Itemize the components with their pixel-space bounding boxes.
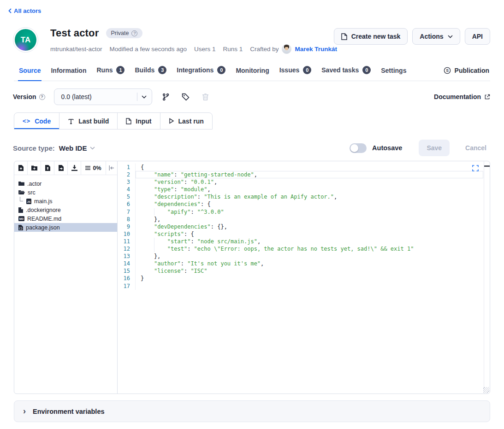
cancel-button[interactable]: Cancel <box>462 144 490 152</box>
tab-source[interactable]: Source <box>14 64 46 81</box>
editor-scrollbar[interactable] <box>484 161 490 394</box>
line-number: 3 <box>118 178 135 186</box>
file-tree-item--actor[interactable]: .actor <box>14 179 117 188</box>
store-icon: S <box>444 67 451 74</box>
line-number: 13 <box>118 253 135 260</box>
file-tree-item-package-json[interactable]: {}package.json <box>14 223 117 232</box>
autosave-toggle[interactable] <box>350 143 367 153</box>
code-line-text: }, <box>135 216 483 223</box>
line-number: 15 <box>118 267 135 275</box>
upload-file-button[interactable] <box>41 161 54 175</box>
folder-closed-icon <box>18 181 24 186</box>
author-link[interactable]: Marek Trunkát <box>295 46 337 53</box>
crafted-by-label: Crafted by <box>250 46 279 53</box>
file-icon <box>126 118 131 124</box>
code-line-text: "description": "This is an example of an… <box>135 193 483 200</box>
subtab-last-run[interactable]: Last run <box>160 112 213 129</box>
svg-text:{}: {} <box>19 227 23 230</box>
code-line-text: "test": "echo \"Error: oops, the actor h… <box>135 245 483 253</box>
help-icon[interactable]: ? <box>131 30 137 36</box>
tab-count-badge: 0 <box>217 66 225 74</box>
help-icon[interactable]: ? <box>39 94 45 100</box>
version-bar: Version ? 0.0 (latest) Documentation <box>13 88 490 105</box>
delete-version-button[interactable] <box>200 91 212 103</box>
line-number: 7 <box>118 208 135 216</box>
code-line: 15 "license": "ISC" <box>118 267 483 275</box>
source-subtabs: <>CodeLast buildInputLast run <box>14 112 490 129</box>
code-line: 6 "dependencies": { <box>118 200 483 208</box>
line-number: 17 <box>118 282 135 290</box>
actor-meta: mtrunkat/test-actor Modified a few secon… <box>50 44 334 54</box>
collapse-panel-button[interactable] <box>106 161 117 175</box>
tab-count-badge: 0 <box>303 66 311 74</box>
import-file-button[interactable] <box>54 161 68 175</box>
modified-timestamp: Modified a few seconds ago <box>110 46 187 53</box>
breadcrumb[interactable]: All actors <box>8 7 41 14</box>
file-name: package.json <box>26 224 60 231</box>
documentation-link[interactable]: Documentation <box>434 93 490 100</box>
actor-header: TA Test actor Private ? mtrunkat/test-ac… <box>13 27 490 54</box>
git-branch-button[interactable] <box>160 91 172 103</box>
svg-text:JS: JS <box>27 200 30 203</box>
users-count: Users 1 <box>194 46 216 53</box>
file-tree: .actorsrcJSmain.js.dockerignoreMDREADME.… <box>14 175 117 232</box>
code-line-text: "name": "getting-started-node", <box>135 171 483 178</box>
file-js-icon: JS <box>26 199 31 204</box>
file-tree-item-readme-md[interactable]: MDREADME.md <box>14 214 117 223</box>
svg-text:MD: MD <box>19 217 24 220</box>
create-new-task-button[interactable]: Create new task <box>334 28 408 45</box>
subtab-last-build[interactable]: Last build <box>59 112 118 129</box>
create-new-task-label: Create new task <box>351 33 401 40</box>
version-label: Version <box>13 93 36 100</box>
tab-builds[interactable]: Builds3 <box>130 63 172 81</box>
fullscreen-button[interactable] <box>472 165 479 171</box>
svg-text:S: S <box>446 68 449 73</box>
page-title: Test actor <box>50 27 99 39</box>
new-folder-button[interactable] <box>28 161 41 175</box>
new-file-icon <box>18 165 24 171</box>
subtab-code[interactable]: <>Code <box>14 112 59 129</box>
tab-label: Runs <box>96 66 113 74</box>
tab-bar: SourceInformationRuns1Builds3Integration… <box>14 63 490 81</box>
runs-count: Runs 1 <box>223 46 243 53</box>
file-tree-item-main-js[interactable]: JSmain.js <box>14 197 117 206</box>
tab-publication-label: Publication <box>455 67 489 74</box>
list-icon <box>85 166 90 170</box>
actions-button[interactable]: Actions <box>412 28 460 45</box>
subtab-label: Input <box>136 118 151 125</box>
source-type-select[interactable]: Web IDE <box>59 144 95 152</box>
code-editor: 0% .actorsrcJSmain.js.dockerignoreMDREAD… <box>14 161 490 394</box>
zoom-control[interactable]: 0% <box>81 161 106 175</box>
resize-handle[interactable] <box>483 387 489 393</box>
download-button[interactable] <box>68 161 81 175</box>
api-button[interactable]: API <box>465 28 490 45</box>
code-line: 7 "apify": "^3.0.0" <box>118 208 483 216</box>
new-file-button[interactable] <box>14 161 28 175</box>
tab-information[interactable]: Information <box>46 64 91 81</box>
upload-file-icon <box>45 165 50 171</box>
version-select[interactable]: 0.0 (latest) <box>54 88 152 105</box>
tab-integrations[interactable]: Integrations0 <box>172 63 231 81</box>
code-line: 4 "type": "module", <box>118 186 483 193</box>
subtab-label: Code <box>35 118 51 125</box>
scrollbar-thumb[interactable] <box>484 165 490 167</box>
tab-settings[interactable]: Settings <box>376 64 411 81</box>
environment-variables-accordion[interactable]: › Environment variables <box>14 400 490 422</box>
subtab-input[interactable]: Input <box>117 112 160 129</box>
tag-version-button[interactable] <box>180 91 192 103</box>
code-line: 9 "devDependencies": {}, <box>118 223 483 230</box>
tab-publication[interactable]: S Publication <box>443 64 490 81</box>
tab-runs[interactable]: Runs1 <box>91 63 130 81</box>
save-button[interactable]: Save <box>419 140 450 156</box>
code-line: 12 "test": "echo \"Error: oops, the acto… <box>118 245 483 253</box>
document-icon <box>341 33 347 40</box>
tab-issues[interactable]: Issues0 <box>274 63 317 81</box>
new-folder-icon <box>31 165 37 170</box>
code-pane[interactable]: 1{2 "name": "getting-started-node",3 "ve… <box>118 161 490 394</box>
tab-monitoring[interactable]: Monitoring <box>231 64 274 81</box>
tab-saved-tasks[interactable]: Saved tasks0 <box>316 63 376 81</box>
file-tree-item--dockerignore[interactable]: .dockerignore <box>14 206 117 214</box>
file-name: main.js <box>34 198 53 205</box>
file-tree-item-src[interactable]: src <box>14 188 117 197</box>
code-line-text <box>135 282 483 290</box>
